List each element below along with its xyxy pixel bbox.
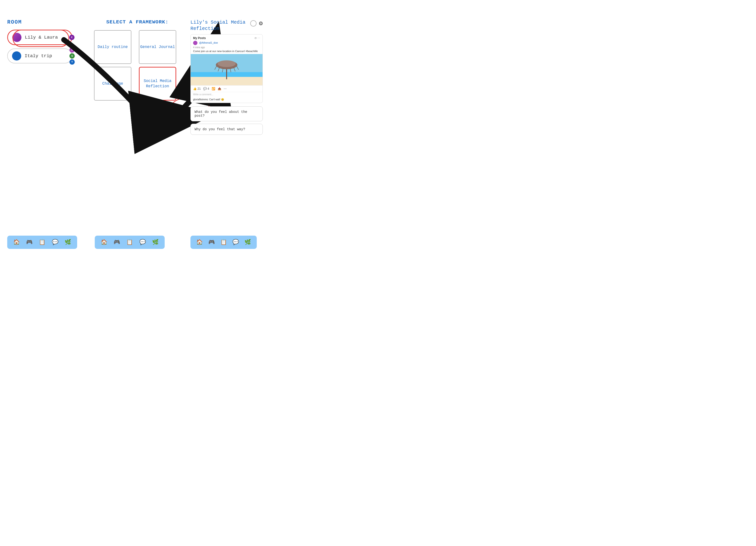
bottom-bar-mid: 🏠 🎮 📋 💬 🌿 [95,235,165,249]
framework-cell-daily-routine[interactable]: Daily routine [94,30,131,64]
comment-icon[interactable]: 💬 4 [203,87,209,90]
framework-title: SELECT A FRAMEWORK: [94,19,181,25]
bar-game-left[interactable]: 🎮 [26,239,33,245]
bar-game-mid[interactable]: 🎮 [114,239,120,245]
room-item-italy[interactable]: Italy trip L S T [7,48,72,63]
bar-eco-left[interactable]: 🌿 [65,239,71,245]
bar-home-mid[interactable]: 🏠 [101,239,107,245]
framework-cell-general-journal[interactable]: General Journal [139,30,176,64]
bar-home-left[interactable]: 🏠 [13,239,20,245]
bar-game-right[interactable]: 🎮 [208,239,215,245]
post-card-text: Come join us at our new location in Canc… [191,50,263,54]
bottom-bar-left: 🏠 🎮 📋 💬 🌿 [7,235,77,249]
room-item-lily-laura[interactable]: Lily & Laura C [7,30,72,45]
post-user-avatar-small [193,41,197,45]
share-icon[interactable]: 📤 [218,87,221,90]
badge-l: L [69,47,75,53]
post-card: My Posts ⟳ ⋯ @AthenaS_doe 4 mins ago Com… [190,34,263,103]
bottom-bar-right: 🏠 🎮 📋 💬 🌿 [190,235,257,249]
bar-chat-right[interactable]: 💬 [232,239,239,245]
room-item-label-italy: Italy trip [25,53,52,59]
post-comment: gloriafitsimms: Can't wait! 😊 [191,97,263,103]
room-badges-italy: L S T [69,47,75,65]
reflection-question-2: Why do you feel that way? [190,124,263,135]
social-panel-title-bar: Lily's Social Media Reflection ⚙️ [190,19,263,32]
badge-s: S [69,53,75,59]
retweet-icon[interactable]: 🔁 [212,87,215,90]
bar-chat-left[interactable]: 💬 [52,239,58,245]
post-card-title: My Posts [193,36,206,40]
room-title: ROOM [7,19,82,25]
avatar-italy [12,51,21,60]
bar-home-right[interactable]: 🏠 [196,239,203,245]
gear-icon[interactable]: ⚙️ [259,20,263,28]
social-panel-title: Lily's Social Media Reflection [190,19,248,32]
room-badges-lily: C [69,35,74,40]
more-icon[interactable]: ⋯ [224,87,227,90]
badge-c: C [69,35,74,40]
bar-eco-mid[interactable]: 🌿 [152,239,159,245]
framework-panel: SELECT A FRAMEWORK: Daily routine Genera… [94,19,181,101]
svg-point-7 [217,60,236,67]
post-card-time: 4 mins ago [191,46,263,50]
like-icon[interactable]: 👍 21 [193,87,201,90]
post-card-image [191,54,263,85]
bar-notes-left[interactable]: 📋 [39,239,45,245]
bar-eco-right[interactable]: 🌿 [244,239,251,245]
framework-grid: Daily routine General Journal Challenge … [94,30,181,101]
bar-chat-mid[interactable]: 💬 [139,239,146,245]
social-media-panel: Lily's Social Media Reflection ⚙️ My Pos… [190,19,263,137]
post-comment-input[interactable]: Write a comment... [191,92,263,97]
framework-cell-social-media[interactable]: Social Media Reflection [139,67,176,101]
avatar-lily [12,33,21,42]
reflection-question-1: What do you feel about the post? [190,106,263,121]
framework-cell-challenge[interactable]: Challenge [94,67,131,101]
badge-t: T [69,59,75,65]
bar-notes-mid[interactable]: 📋 [126,239,133,245]
bar-notes-right[interactable]: 📋 [220,239,227,245]
room-item-label-lily: Lily & Laura [25,35,58,40]
room-panel: ROOM Lily & Laura C Italy trip L S T [7,19,82,67]
post-card-header-icons: ⟳ ⋯ [255,37,260,40]
post-card-user: @AthenaS_doe [191,41,263,46]
circle-indicator [250,20,257,27]
post-card-header: My Posts ⟳ ⋯ [191,34,263,41]
post-card-actions: 👍 21 💬 4 🔁 📤 ⋯ [191,85,263,92]
